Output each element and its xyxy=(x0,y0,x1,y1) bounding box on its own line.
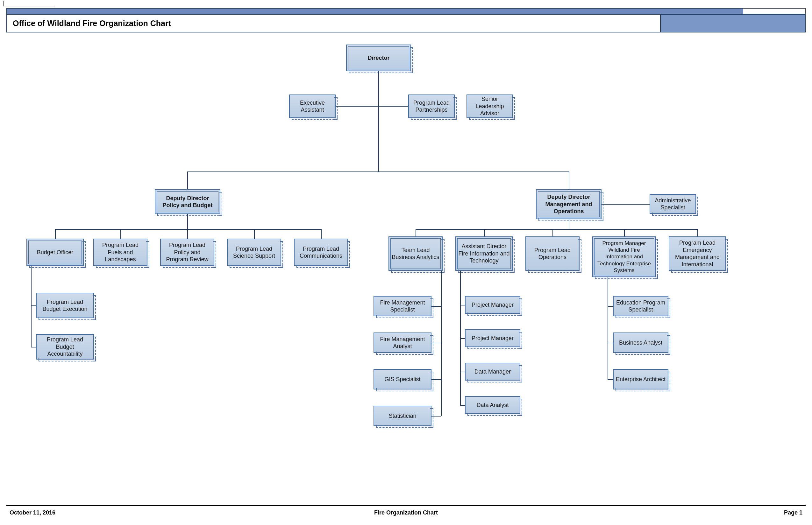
node-policy-review: Program Lead Policy and Program Review xyxy=(160,239,214,266)
node-emergency: Program Lead Emergency Management and In… xyxy=(669,236,726,271)
org-chart: Director Executive Assistant Program Lea… xyxy=(0,0,812,525)
node-director: Director xyxy=(346,45,411,71)
node-pm1: Project Manager xyxy=(465,296,520,314)
node-pm2: Project Manager xyxy=(465,329,520,347)
node-statistician: Statistician xyxy=(374,406,432,426)
node-ent-arch: Enterprise Architect xyxy=(613,369,668,389)
node-deputy-policy: Deputy Director Policy and Budget xyxy=(155,189,220,214)
footer-title: Fire Organization Chart xyxy=(0,509,812,516)
node-senior-advisor: Senior Leadership Advisor xyxy=(466,94,513,118)
node-comms: Program Lead Communications xyxy=(294,239,348,266)
node-budget-exec: Program Lead Budget Execution xyxy=(36,293,94,318)
node-admin-spec: Administrative Specialist xyxy=(650,194,696,214)
node-exec-asst: Executive Assistant xyxy=(289,94,336,118)
node-deputy-ops: Deputy Director Management and Operation… xyxy=(536,189,601,219)
node-gis: GIS Specialist xyxy=(374,369,432,389)
node-budget-acct: Program Lead Budget Accountability xyxy=(36,334,94,360)
node-data-mgr: Data Manager xyxy=(465,363,520,380)
node-budget-officer: Budget Officer xyxy=(26,239,84,266)
node-team-biz: Team Lead Business Analytics xyxy=(389,236,443,271)
node-fire-analyst: Fire Management Analyst xyxy=(374,332,432,353)
node-science: Program Lead Science Support xyxy=(227,239,281,266)
node-fire-spec: Fire Management Specialist xyxy=(374,296,432,316)
node-data-analyst: Data Analyst xyxy=(465,396,520,414)
node-ops: Program Lead Operations xyxy=(525,236,580,271)
footer-divider xyxy=(6,505,806,506)
node-asst-dir-fit: Assistant Director Fire Information and … xyxy=(455,236,513,271)
node-pm-wfitse: Program Manager Wildland Fire Informatio… xyxy=(592,236,656,277)
footer-page: Page 1 xyxy=(784,509,802,516)
node-biz-analyst: Business Analyst xyxy=(613,332,668,353)
node-prog-lead-partnerships: Program Lead Partnerships xyxy=(408,94,455,118)
node-fuels: Program Lead Fuels and Landscapes xyxy=(93,239,147,266)
node-edu-spec: Education Program Specialist xyxy=(613,296,668,316)
